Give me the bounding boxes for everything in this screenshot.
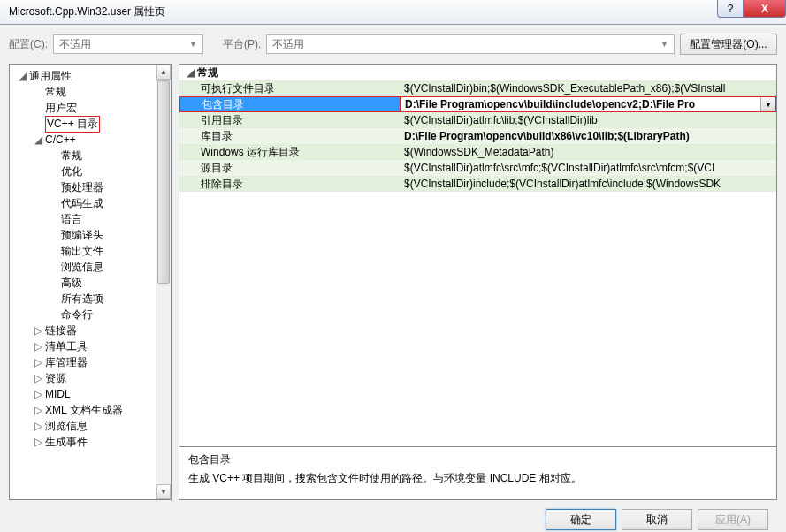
tree-item[interactable]: 优化 <box>11 163 169 179</box>
chevron-down-icon: ▼ <box>660 40 668 49</box>
scroll-up-icon[interactable]: ▲ <box>156 65 171 80</box>
tree-item-label: 库管理器 <box>45 355 88 370</box>
property-name: Windows 运行库目录 <box>179 144 401 160</box>
property-pane: ◢ 常规 可执行文件目录$(VCInstallDir)bin;$(Windows… <box>179 64 777 500</box>
dropdown-icon[interactable]: ▾ <box>760 97 775 111</box>
property-value[interactable]: $(VCInstallDir)atlmfc\lib;$(VCInstallDir… <box>401 112 776 128</box>
tree-item[interactable]: ▷生成事件 <box>11 434 169 450</box>
tree-item[interactable]: 浏览信息 <box>11 259 169 275</box>
tree-item[interactable]: ▷资源 <box>11 370 169 386</box>
tree-item[interactable]: ▷库管理器 <box>11 354 169 370</box>
property-name: 可执行文件目录 <box>179 80 401 96</box>
tree-item[interactable]: ▷浏览信息 <box>11 418 169 434</box>
property-row[interactable]: 引用目录$(VCInstallDir)atlmfc\lib;$(VCInstal… <box>179 112 776 128</box>
property-name: 库目录 <box>179 128 401 144</box>
property-row[interactable]: 排除目录$(VCInstallDir)include;$(VCInstallDi… <box>179 176 776 192</box>
property-name: 源目录 <box>179 160 401 176</box>
scroll-thumb[interactable] <box>157 80 170 284</box>
property-row[interactable]: Windows 运行库目录$(WindowsSDK_MetadataPath) <box>179 144 776 160</box>
tree-item-label: XML 文档生成器 <box>45 403 123 418</box>
collapsed-icon[interactable]: ▷ <box>33 324 43 337</box>
property-value[interactable]: $(WindowsSDK_MetadataPath) <box>401 144 776 160</box>
property-row[interactable]: 库目录D:\File Program\opencv\build\x86\vc10… <box>179 128 776 144</box>
tree-item-label: 常规 <box>61 148 82 163</box>
ok-button[interactable]: 确定 <box>546 509 616 530</box>
tree-item-label: 预编译头 <box>61 228 103 243</box>
tree-item[interactable]: 代码生成 <box>11 195 169 211</box>
tree-item-label: 代码生成 <box>61 196 103 211</box>
tree-item[interactable]: 所有选项 <box>11 291 169 307</box>
tree-item-label: 常规 <box>45 85 66 100</box>
desc-text: 生成 VC++ 项目期间，搜索包含文件时使用的路径。与环境变量 INCLUDE … <box>188 471 767 486</box>
tree-item[interactable]: ◢C/C++ <box>11 132 169 148</box>
property-value[interactable]: D:\File Program\opencv\build\include\ope… <box>401 96 776 112</box>
tree-item-label: MIDL <box>45 388 71 400</box>
tree-item-label: 清单工具 <box>45 339 88 354</box>
collapse-icon[interactable]: ◢ <box>187 66 197 79</box>
scrollbar[interactable]: ▲ ▼ <box>156 65 171 499</box>
tree-item[interactable]: ▷XML 文档生成器 <box>11 402 169 418</box>
expanded-icon[interactable]: ◢ <box>17 70 27 82</box>
property-value[interactable]: $(VCInstallDir)bin;$(WindowsSDK_Executab… <box>401 80 776 96</box>
config-manager-button[interactable]: 配置管理器(O)... <box>680 34 777 55</box>
tree-item-label: 用户宏 <box>45 101 77 116</box>
tree-item[interactable]: VC++ 目录 <box>11 116 169 132</box>
collapsed-icon[interactable]: ▷ <box>33 404 43 416</box>
close-button[interactable]: X <box>744 0 786 18</box>
tree-item[interactable]: 常规 <box>11 84 169 100</box>
property-value[interactable]: D:\File Program\opencv\build\x86\vc10\li… <box>401 128 776 144</box>
tree-item-label: 语言 <box>61 212 82 227</box>
tree-item[interactable]: 预编译头 <box>11 227 169 243</box>
tree-item-label: 通用属性 <box>29 69 72 84</box>
help-button[interactable]: ? <box>717 0 744 18</box>
tree-item-label: 生成事件 <box>45 435 88 450</box>
tree-item[interactable]: 预处理器 <box>11 179 169 195</box>
tree-item[interactable]: 输出文件 <box>11 243 169 259</box>
tree-item-label: 输出文件 <box>61 244 103 259</box>
tree-item-label: 浏览信息 <box>45 419 88 434</box>
desc-title: 包含目录 <box>188 452 767 467</box>
property-grid[interactable]: ◢ 常规 可执行文件目录$(VCInstallDir)bin;$(Windows… <box>179 65 776 446</box>
titlebar: Microsoft.Cpp.Win32.user 属性页 ? X <box>0 0 786 25</box>
category-tree[interactable]: ◢通用属性常规用户宏VC++ 目录◢C/C++常规优化预处理器代码生成语言预编译… <box>9 64 172 500</box>
collapsed-icon[interactable]: ▷ <box>33 388 43 400</box>
tree-item[interactable]: 用户宏 <box>11 100 169 116</box>
window-title: Microsoft.Cpp.Win32.user 属性页 <box>9 4 165 19</box>
property-name: 引用目录 <box>179 112 401 128</box>
property-value[interactable]: $(VCInstallDir)atlmfc\src\mfc;$(VCInstal… <box>401 160 776 176</box>
tree-item-label: 链接器 <box>45 323 77 338</box>
platform-combobox[interactable]: 不适用▼ <box>266 34 675 54</box>
property-row[interactable]: 可执行文件目录$(VCInstallDir)bin;$(WindowsSDK_E… <box>179 80 776 96</box>
tree-item-label: 资源 <box>45 371 66 386</box>
platform-label: 平台(P): <box>223 37 261 52</box>
tree-item[interactable]: 命令行 <box>11 307 169 323</box>
cancel-button[interactable]: 取消 <box>622 509 692 530</box>
collapsed-icon[interactable]: ▷ <box>33 356 43 369</box>
dialog-footer: 确定 取消 应用(A) <box>9 500 777 530</box>
collapsed-icon[interactable]: ▷ <box>33 420 43 432</box>
tree-item-label: VC++ 目录 <box>45 116 100 133</box>
chevron-down-icon: ▼ <box>189 40 197 49</box>
property-value[interactable]: $(VCInstallDir)include;$(VCInstallDir)at… <box>401 176 776 192</box>
tree-item[interactable]: ▷清单工具 <box>11 338 169 354</box>
tree-item[interactable]: 语言 <box>11 211 169 227</box>
tree-item[interactable]: ▷MIDL <box>11 386 169 402</box>
section-title: 常规 <box>197 65 218 80</box>
tree-item[interactable]: 高级 <box>11 275 169 291</box>
expanded-icon[interactable]: ◢ <box>33 133 43 146</box>
config-combobox[interactable]: 不适用▼ <box>53 34 203 54</box>
scroll-down-icon[interactable]: ▼ <box>156 484 171 499</box>
property-row[interactable]: 源目录$(VCInstallDir)atlmfc\src\mfc;$(VCIns… <box>179 160 776 176</box>
property-row[interactable]: 包含目录D:\File Program\opencv\build\include… <box>179 96 776 112</box>
section-header[interactable]: ◢ 常规 <box>179 65 776 80</box>
config-toolbar: 配置(C): 不适用▼ 平台(P): 不适用▼ 配置管理器(O)... <box>9 34 777 55</box>
tree-item-label: C/C++ <box>45 133 76 146</box>
collapsed-icon[interactable]: ▷ <box>33 340 43 353</box>
apply-button[interactable]: 应用(A) <box>698 509 768 530</box>
tree-item[interactable]: ▷链接器 <box>11 323 169 338</box>
tree-item[interactable]: 常规 <box>11 148 169 163</box>
collapsed-icon[interactable]: ▷ <box>33 372 43 384</box>
description-panel: 包含目录 生成 VC++ 项目期间，搜索包含文件时使用的路径。与环境变量 INC… <box>179 446 776 499</box>
tree-item[interactable]: ◢通用属性 <box>11 68 169 84</box>
collapsed-icon[interactable]: ▷ <box>33 436 43 448</box>
